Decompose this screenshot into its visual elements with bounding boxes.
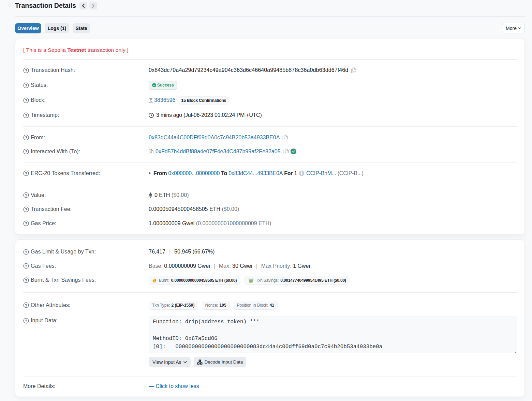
svg-text:?: ? — [25, 303, 27, 307]
svg-text:?: ? — [25, 98, 27, 102]
svg-text:?: ? — [25, 136, 27, 140]
svg-text:?: ? — [25, 193, 27, 197]
svg-text:?: ? — [25, 221, 27, 226]
svg-text:?: ? — [25, 113, 27, 117]
svg-text:?: ? — [25, 278, 27, 282]
svg-text:?: ? — [25, 264, 27, 268]
svg-text:?: ? — [25, 150, 27, 154]
svg-text:?: ? — [25, 207, 27, 211]
svg-text:?: ? — [25, 171, 27, 175]
svg-text:?: ? — [25, 250, 27, 254]
svg-text:?: ? — [25, 83, 27, 87]
svg-text:?: ? — [25, 68, 27, 72]
svg-text:?: ? — [25, 319, 27, 323]
